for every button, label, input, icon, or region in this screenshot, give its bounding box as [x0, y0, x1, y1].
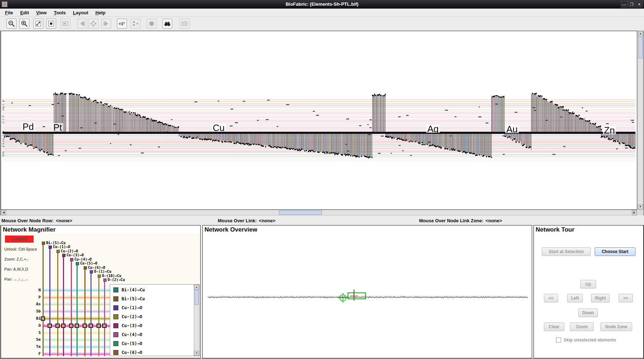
link-node-marker	[48, 324, 52, 328]
scroll-down-button[interactable]: ▼	[638, 204, 643, 209]
link-list-scroll-thumb[interactable]	[195, 290, 199, 305]
menu-item-help[interactable]: Help	[92, 9, 109, 16]
node-button[interactable]	[147, 19, 157, 29]
center-button[interactable]	[88, 19, 98, 29]
overview-canvas[interactable]	[204, 234, 530, 357]
link-list-scrollbar[interactable]: ▲ ▼	[194, 285, 199, 356]
scrollbar-corner	[638, 210, 643, 215]
horizontal-scroll-thumb[interactable]	[279, 210, 322, 215]
tour-node-zone-button[interactable]: Node Zone	[600, 322, 632, 331]
menu-item-edit[interactable]: Edit	[16, 9, 33, 16]
link-node-marker	[41, 316, 45, 321]
link-list-scroll-up-button[interactable]: ▲	[194, 285, 199, 290]
link-label: Bi-(5)→Cu	[46, 241, 65, 245]
menu-item-tools[interactable]: Tools	[50, 9, 69, 16]
forward-icon	[102, 20, 110, 28]
tour-down-button[interactable]: Down	[578, 309, 598, 317]
zoom-out-button[interactable]	[6, 19, 16, 29]
link-list-item[interactable]: Cu-(3)→O	[110, 321, 193, 330]
tour-right-button[interactable]: Right	[591, 294, 610, 302]
link-list-label: Cu-(5)→O	[122, 341, 142, 346]
link-list-scroll-down-button[interactable]: ▼	[194, 351, 199, 356]
status-node-link-zone: Mouse Over Node Link Zone:<none>	[419, 218, 502, 223]
link-endpoint	[90, 270, 93, 273]
link-line	[104, 281, 105, 356]
network-canvas[interactable]	[1, 31, 637, 209]
link-list-item[interactable]: Bi-(4)→Cu	[110, 285, 193, 294]
link-endpoint	[56, 250, 60, 253]
network-overview-panel: Network Overview	[202, 225, 532, 358]
link-list-item[interactable]: Cu-(4)→O	[110, 330, 193, 339]
link-node-marker	[102, 324, 107, 328]
search-button[interactable]	[162, 19, 172, 29]
network-tour-panel: Network Tour Start at Selection Choose S…	[534, 225, 644, 358]
link-label: O-(10)→Cu	[102, 274, 121, 278]
node-label: F	[23, 351, 41, 356]
link-line	[98, 277, 99, 356]
titlebar: BioFabric: (Elements-Sh-PTL.bif) — ❐ ✕	[0, 0, 644, 9]
node-label: Se	[23, 337, 41, 342]
zoom-rect-button[interactable]	[60, 19, 70, 29]
vertical-scrollbar[interactable]: ▲ ▼	[638, 31, 643, 210]
link-list-item[interactable]: Cu-(6)→O	[110, 348, 193, 355]
link-line	[49, 248, 50, 356]
zoom-to-show-all-button[interactable]	[33, 19, 43, 29]
status-link: Mouse Over Link:<none>	[218, 218, 275, 223]
link-endpoint	[76, 262, 79, 265]
vertical-scroll-thumb[interactable]	[638, 37, 643, 58]
tour-prev-button[interactable]: <<	[544, 294, 558, 302]
tour-zoom-button[interactable]: Zoom	[570, 322, 594, 331]
link-label: Cu-(6)→O	[88, 266, 105, 270]
link-list-item[interactable]: Cu-(5)→O	[110, 339, 193, 348]
magnifier-title: Network Magnifier	[3, 226, 55, 233]
magnifier-help-line: Pan: A,W,X,D	[4, 267, 28, 271]
zoom-in-icon	[20, 20, 28, 28]
scroll-right-button[interactable]: ▶	[632, 210, 637, 215]
menu-item-view[interactable]: View	[33, 9, 50, 16]
forward-button[interactable]	[101, 19, 111, 29]
link-label: Cu-(3)→O	[67, 253, 84, 257]
node-label: P	[23, 295, 41, 300]
link-endpoint	[84, 266, 87, 270]
status-bar: Mouse Over Node Row:<none> Mouse Over Li…	[0, 215, 644, 225]
zoom-in-button[interactable]	[19, 19, 29, 29]
scroll-up-button[interactable]: ▲	[638, 31, 643, 36]
node-zone-button[interactable]	[180, 19, 190, 29]
zoom-plus-one-button[interactable]: +1°	[117, 19, 127, 29]
node-label: Te	[23, 344, 41, 349]
link-list-item[interactable]: Bi-(5)→Cu	[110, 294, 193, 303]
link-label: Cu-(1)→O	[53, 245, 70, 249]
tour-title: Network Tour	[536, 226, 574, 233]
link-node-marker	[83, 324, 87, 328]
link-label: Cu-(2)→O	[61, 249, 78, 253]
tour-clear-button[interactable]: Clear	[544, 322, 564, 331]
close-button[interactable]: ✕	[636, 1, 643, 8]
link-list-item[interactable]: Cu-(2)→O	[110, 312, 193, 321]
skip-unselected-checkbox[interactable]	[556, 338, 561, 343]
tour-left-button[interactable]: Left	[567, 294, 583, 302]
magnifier-view[interactable]: Locked Bi-(4)→CuBi-(5)→CuCu-(1)→OCu-(2)→…	[1, 233, 200, 358]
zoom-to-selection-button[interactable]	[46, 19, 56, 29]
horizontal-scrollbar[interactable]: ◀ ▶	[1, 210, 637, 215]
magnifier-help-line: Zoom: Z,C,+,-	[4, 257, 29, 261]
overview-viewport[interactable]	[348, 292, 366, 299]
tour-up-button[interactable]: Up	[580, 280, 596, 288]
tour-next-button[interactable]: >>	[619, 294, 633, 302]
menu-item-layout[interactable]: Layout	[69, 9, 92, 16]
scroll-left-button[interactable]: ◀	[1, 210, 6, 215]
menu-item-file[interactable]: File	[1, 9, 16, 16]
link-node-marker	[89, 324, 93, 328]
status-node-row: Mouse Over Node Row:<none>	[1, 218, 72, 223]
zoom-rect-icon	[62, 20, 69, 28]
link-endpoint	[62, 254, 65, 257]
maximize-button[interactable]: ❐	[628, 1, 635, 8]
link-color-swatch	[113, 341, 118, 346]
magnifier-link-list[interactable]: Bi-(4)→CuBi-(5)→CuCu-(1)→OCu-(2)→OCu-(3)…	[110, 284, 200, 356]
choose-start-button[interactable]: Choose Start	[595, 247, 635, 256]
start-at-selection-button[interactable]: Start at Selection	[542, 247, 591, 256]
node-label: O	[23, 323, 41, 328]
link-list-item[interactable]: Cu-(1)→O	[110, 303, 193, 312]
neighbors-button[interactable]	[131, 19, 141, 29]
back-button[interactable]	[77, 19, 87, 29]
minimize-button[interactable]: —	[621, 1, 628, 8]
